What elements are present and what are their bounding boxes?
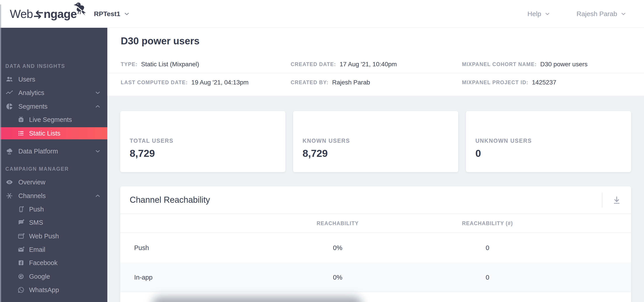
sidebar-item-email[interactable]: Email [0,243,107,256]
col-reachability-count: REACHABILITY (#) [462,214,513,233]
table-row-inapp: In-app 0% 0 [120,263,631,292]
static-lists-icon [17,129,25,137]
unknown-users-card: UNKNOWN USERS 0 [466,111,631,172]
project-name: RPTest1 [94,10,120,18]
meta-project-id: MIXPANEL PROJECT ID: 1425237 [462,77,556,88]
chevron-down-icon [544,11,550,17]
sidebar-item-data-platform[interactable]: Data Platform [0,144,107,158]
chevron-down-icon [94,89,101,96]
google-icon [17,273,25,280]
sidebar-item-overview[interactable]: Overview [0,176,107,189]
known-users-card: KNOWN USERS 8,729 [293,111,458,172]
user-menu[interactable]: Rajesh Parab [576,10,626,18]
sidebar-item-static-lists[interactable]: Static Lists [0,127,107,139]
sidebar-item-sms[interactable]: SMS [0,216,107,229]
table-row-push: Push 0% 0 [120,233,631,263]
meta-divider [107,73,644,73]
users-icon [5,75,14,83]
chevron-up-icon [94,103,101,110]
help-label: Help [528,10,541,18]
help-menu[interactable]: Help [528,10,551,18]
sidebar-item-facebook[interactable]: Facebook [0,256,107,269]
sidebar-item-analytics[interactable]: Analytics [0,86,107,99]
meta-created-date: CREATED DATE: 17 Aug '21, 10:40pm [291,59,397,69]
live-segments-icon [17,116,25,123]
col-reachability: REACHABILITY [317,214,359,233]
analytics-icon [5,89,14,97]
meta-cohort-name: MIXPANEL COHORT NAME: D30 power users [462,59,588,69]
sidebar-item-google[interactable]: Google [0,270,107,283]
project-selector[interactable]: RPTest1 [94,0,130,28]
segments-icon [5,102,14,110]
topbar: Web ngage RPTe [0,0,644,28]
sidebar-item-push[interactable]: Push [0,203,107,216]
sidebar-item-whatsapp[interactable]: WhatsApp [0,283,107,297]
section-header-data-and-insights: DATA AND INSIGHTS [5,63,65,69]
logo-text-web: Web [10,7,33,21]
bottom-overlay-shadow [152,297,362,302]
sidebar-item-segments[interactable]: Segments [0,100,107,113]
push-mobile-icon [17,205,25,213]
panel-header: Channel Reachability [120,186,631,214]
page-header: D30 power users TYPE: Static List (Mixpa… [107,28,644,96]
meta-type: TYPE: Static List (Mixpanel) [121,59,199,69]
whatsapp-icon [17,286,25,294]
webengage-logo[interactable]: Web ngage [10,5,77,22]
download-icon [612,195,622,205]
facebook-icon [17,259,25,267]
page-title: D30 power users [121,35,200,47]
download-button[interactable] [602,186,631,214]
sms-chat-icon [17,219,25,226]
web-push-browser-icon [17,232,25,240]
meta-created-by: CREATED BY: Rajesh Parab [291,77,370,88]
topbar-right: Help Rajesh Parab [528,0,626,28]
main-content: D30 power users TYPE: Static List (Mixpa… [107,28,644,302]
chevron-down-icon [94,148,101,155]
stats-row: TOTAL USERS 8,729 KNOWN USERS 8,729 UNKN… [120,111,631,172]
sidebar-item-channels[interactable]: Channels [0,189,107,203]
logo-arrows-icon [34,10,43,20]
user-name: Rajesh Parab [576,10,617,18]
panel-title: Channel Reachability [120,195,602,205]
data-platform-icon [5,147,14,155]
channels-hub-icon [5,192,14,200]
meta-last-computed: LAST COMPUTED DATE: 19 Aug '21, 04:13pm [121,77,249,88]
sidebar-item-live-segments[interactable]: Live Segments [0,113,107,126]
sidebar-item-users[interactable]: Users [0,73,107,86]
eye-icon [5,178,14,186]
bird-icon [71,2,87,16]
channel-reachability-panel: Channel Reachability REACHABILITY REACHA… [120,186,631,302]
sidebar-item-web-push[interactable]: Web Push [0,229,107,243]
chevron-down-icon [124,11,130,17]
email-envelope-icon [17,246,25,253]
chevron-down-icon [620,11,626,17]
window-edge-strip [0,5,1,302]
sidebar: DATA AND INSIGHTS Users Analytics [0,28,107,302]
table-header-row: REACHABILITY REACHABILITY (#) [120,214,631,233]
chevron-up-icon [94,193,101,199]
section-header-campaign-manager: CAMPAIGN MANAGER [5,166,69,172]
webengage-app: Web ngage RPTe [0,0,644,302]
total-users-card: TOTAL USERS 8,729 [120,111,285,172]
